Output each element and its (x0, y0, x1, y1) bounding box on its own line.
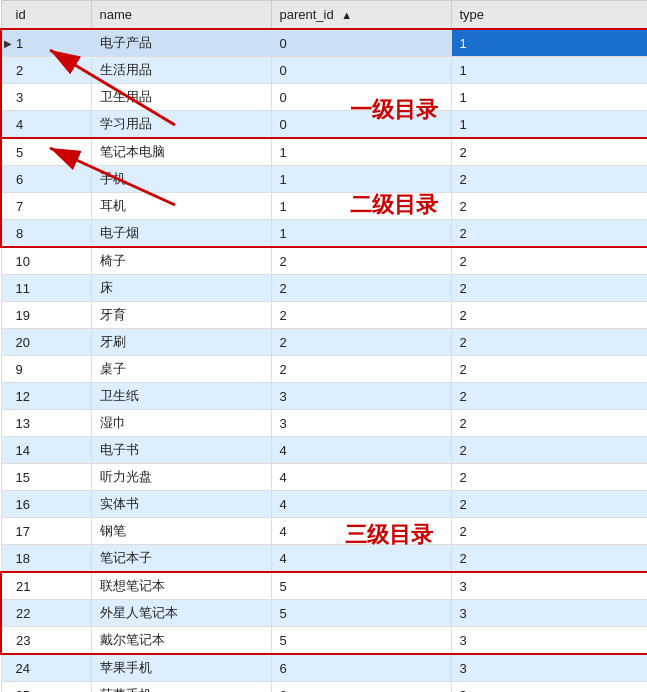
cell-parent-id: 5 (271, 627, 451, 655)
table-row: 15听力光盘42 (1, 464, 647, 491)
table-row: 19牙育22 (1, 302, 647, 329)
table-row: 2生活用品01 (1, 57, 647, 84)
cell-parent-id: 0 (271, 57, 451, 84)
cell-id: 10 (1, 247, 91, 275)
cell-type: 2 (451, 138, 647, 166)
cell-type: 3 (451, 600, 647, 627)
cell-type: 1 (451, 84, 647, 111)
table-row: 21联想笔记本53 (1, 572, 647, 600)
cell-parent-id: 6 (271, 654, 451, 682)
table-row: 9桌子22 (1, 356, 647, 383)
cell-type: 2 (451, 220, 647, 248)
cell-name: 牙刷 (91, 329, 271, 356)
cell-id: 14 (1, 437, 91, 464)
cell-parent-id: 0 (271, 111, 451, 139)
cell-id: 17 (1, 518, 91, 545)
cell-parent-id: 1 (271, 220, 451, 248)
cell-parent-id: 1 (271, 193, 451, 220)
cell-id: 2 (1, 57, 91, 84)
cell-type: 2 (451, 491, 647, 518)
cell-name: 苹果手机 (91, 654, 271, 682)
cell-type: 2 (451, 356, 647, 383)
table-row: 4学习用品01 (1, 111, 647, 139)
cell-type: 2 (451, 518, 647, 545)
cell-type: 2 (451, 247, 647, 275)
cell-parent-id: 4 (271, 491, 451, 518)
cell-name: 湿巾 (91, 410, 271, 437)
cell-id: 4 (1, 111, 91, 139)
cell-type: 2 (451, 329, 647, 356)
col-header-parent-id[interactable]: parent_id ▲ (271, 1, 451, 30)
cell-name: 听力光盘 (91, 464, 271, 491)
table-container: id name parent_id ▲ type ▶1电子产品012生活用品01… (0, 0, 647, 692)
cell-id: 5 (1, 138, 91, 166)
cell-parent-id: 4 (271, 518, 451, 545)
cell-id: 22 (1, 600, 91, 627)
data-table: id name parent_id ▲ type ▶1电子产品012生活用品01… (0, 0, 647, 692)
cell-type: 2 (451, 193, 647, 220)
sort-arrow-icon: ▲ (341, 9, 352, 21)
cell-name: 钢笔 (91, 518, 271, 545)
table-row: 10椅子22 (1, 247, 647, 275)
cell-id: ▶1 (1, 29, 91, 57)
cell-parent-id: 3 (271, 383, 451, 410)
cell-id: 12 (1, 383, 91, 410)
cell-name: 笔记本电脑 (91, 138, 271, 166)
cell-parent-id: 0 (271, 84, 451, 111)
cell-parent-id: 4 (271, 464, 451, 491)
cell-parent-id: 2 (271, 302, 451, 329)
table-row: 3卫生用品01 (1, 84, 647, 111)
cell-id: 18 (1, 545, 91, 573)
cell-name: 外星人笔记本 (91, 600, 271, 627)
cell-id: 21 (1, 572, 91, 600)
cell-type: 3 (451, 654, 647, 682)
table-row: 13湿巾32 (1, 410, 647, 437)
cell-parent-id: 5 (271, 600, 451, 627)
cell-type: 3 (451, 682, 647, 693)
cell-type: 1 (451, 29, 647, 57)
table-row: 23戴尔笔记本53 (1, 627, 647, 655)
cell-name: 电子烟 (91, 220, 271, 248)
cell-name: 实体书 (91, 491, 271, 518)
cell-type: 3 (451, 572, 647, 600)
cell-name: 桌子 (91, 356, 271, 383)
cell-name: 电子书 (91, 437, 271, 464)
cell-name: 椅子 (91, 247, 271, 275)
cell-type: 3 (451, 627, 647, 655)
cell-type: 2 (451, 383, 647, 410)
cell-name: 耳机 (91, 193, 271, 220)
cell-name: 生活用品 (91, 57, 271, 84)
cell-id: 3 (1, 84, 91, 111)
cell-id: 19 (1, 302, 91, 329)
col-header-name[interactable]: name (91, 1, 271, 30)
table-row: ▶1电子产品01 (1, 29, 647, 57)
table-row: 16实体书42 (1, 491, 647, 518)
cell-type: 2 (451, 464, 647, 491)
col-header-id[interactable]: id (1, 1, 91, 30)
cell-type: 1 (451, 111, 647, 139)
table-row: 8电子烟12 (1, 220, 647, 248)
cell-parent-id: 2 (271, 275, 451, 302)
table-row: 14电子书42 (1, 437, 647, 464)
cell-name: 牙育 (91, 302, 271, 329)
cell-parent-id: 1 (271, 138, 451, 166)
cell-name: 菠萝手机 (91, 682, 271, 693)
cell-name: 床 (91, 275, 271, 302)
cell-name: 联想笔记本 (91, 572, 271, 600)
cell-name: 卫生用品 (91, 84, 271, 111)
table-row: 25菠萝手机63 (1, 682, 647, 693)
table-row: 7耳机12 (1, 193, 647, 220)
table-row: 12卫生纸32 (1, 383, 647, 410)
cell-type: 2 (451, 545, 647, 573)
cell-type: 2 (451, 166, 647, 193)
cell-id: 11 (1, 275, 91, 302)
col-header-type[interactable]: type (451, 1, 647, 30)
cell-name: 电子产品 (91, 29, 271, 57)
cell-parent-id: 2 (271, 247, 451, 275)
cell-name: 戴尔笔记本 (91, 627, 271, 655)
table-row: 17钢笔42 (1, 518, 647, 545)
cell-id: 7 (1, 193, 91, 220)
table-row: 18笔记本子42 (1, 545, 647, 573)
cell-name: 卫生纸 (91, 383, 271, 410)
cell-parent-id: 5 (271, 572, 451, 600)
